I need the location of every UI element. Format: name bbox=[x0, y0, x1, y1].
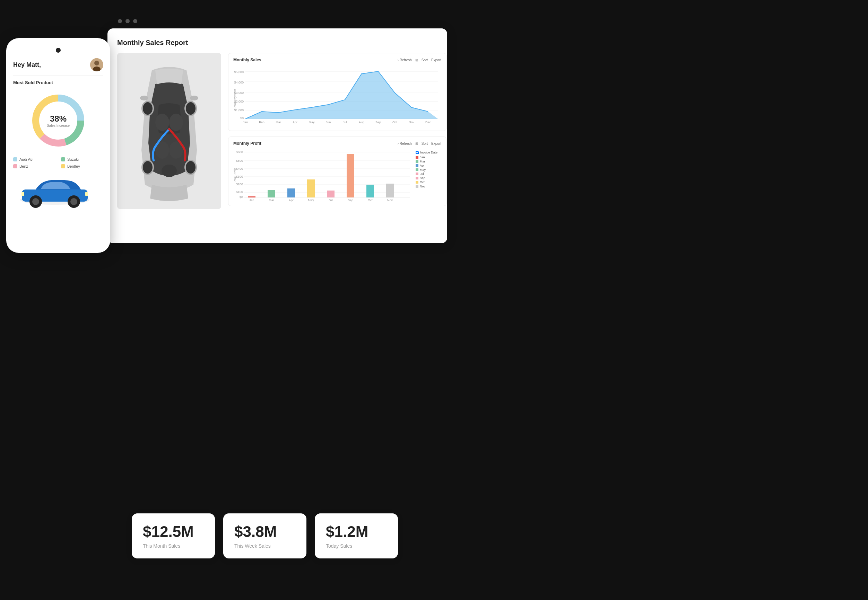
svg-point-10 bbox=[32, 198, 39, 205]
legend-oct: Oct bbox=[416, 180, 441, 184]
svg-text:Oct: Oct bbox=[392, 121, 398, 124]
legend-jan: Jan bbox=[416, 156, 441, 159]
svg-text:$4,000: $4,000 bbox=[234, 81, 244, 84]
svg-text:Oct: Oct bbox=[368, 198, 373, 202]
bar-apr bbox=[287, 188, 295, 197]
svg-text:$200: $200 bbox=[236, 183, 243, 186]
greeting-name: Matt, bbox=[26, 61, 41, 68]
svg-text:$100: $100 bbox=[236, 190, 243, 194]
svg-text:Jan: Jan bbox=[243, 121, 248, 124]
legend-sq-may bbox=[416, 168, 419, 171]
monthly-profit-header: Monthly Profit › Refresh ⊞ Sort Export bbox=[233, 141, 441, 146]
svg-point-28 bbox=[186, 102, 196, 115]
donut-percentage: 38% bbox=[47, 114, 70, 124]
bar-mar bbox=[268, 190, 275, 197]
svg-text:Total Payment: Total Payment bbox=[233, 89, 237, 109]
svg-text:Sep: Sep bbox=[348, 198, 353, 202]
mobile-phone: Hey Matt, Most Sold Product 38% Sales In… bbox=[6, 38, 110, 253]
svg-text:Jan: Jan bbox=[249, 198, 255, 202]
donut-center: 38% Sales Increase bbox=[47, 114, 70, 127]
phone-header: Hey Matt, bbox=[13, 58, 103, 76]
profit-legend: Invoice Date Jan Mar Apr bbox=[414, 148, 441, 202]
svg-point-30 bbox=[186, 161, 196, 174]
greeting-text: Hey Matt, bbox=[13, 61, 41, 68]
phone-car-image bbox=[13, 174, 103, 210]
legend-audi: Audi A6 bbox=[13, 157, 55, 161]
svg-text:Jul: Jul bbox=[343, 121, 347, 124]
svg-text:Aug: Aug bbox=[359, 121, 364, 124]
most-sold-title: Most Sold Product bbox=[13, 80, 103, 85]
sort-button-sales[interactable]: Sort bbox=[422, 58, 428, 62]
legend-mar: Mar bbox=[416, 160, 441, 163]
legend-may: May bbox=[416, 168, 441, 171]
grid-icon-profit[interactable]: ⊞ bbox=[415, 142, 418, 145]
svg-rect-14 bbox=[21, 192, 24, 196]
profit-chart-container: $600 $500 $400 $300 $200 $100 $0 Total P… bbox=[233, 148, 441, 202]
svg-point-1 bbox=[94, 61, 99, 65]
svg-text:$300: $300 bbox=[236, 175, 243, 179]
monthly-profit-chart-card: Monthly Profit › Refresh ⊞ Sort Export $… bbox=[228, 136, 446, 206]
legend-sep: Sep bbox=[416, 176, 441, 180]
svg-point-22 bbox=[190, 95, 198, 100]
stat-label-week: This Week Sales bbox=[234, 543, 295, 549]
legend-label-audi: Audi A6 bbox=[20, 157, 33, 161]
svg-point-29 bbox=[143, 161, 153, 174]
svg-text:Jun: Jun bbox=[326, 121, 331, 124]
stat-value-today: $1.2M bbox=[326, 523, 387, 541]
export-button-profit[interactable]: Export bbox=[431, 142, 441, 145]
chart-legend: Audi A6 Suzuki Benz Bentley bbox=[13, 157, 103, 168]
legend-sq-apr bbox=[416, 164, 419, 167]
legend-sq-nov bbox=[416, 185, 419, 188]
stats-row: $12.5M This Month Sales $3.8M This Week … bbox=[132, 514, 398, 558]
legend-bentley: Bentley bbox=[61, 164, 103, 168]
legend-sq-jan bbox=[416, 156, 419, 159]
invoice-date-label: Invoice Date bbox=[420, 151, 437, 154]
legend-label-oct: Oct bbox=[420, 180, 425, 184]
invoice-date-checkbox[interactable] bbox=[416, 151, 419, 154]
svg-text:Total Profit: Total Profit bbox=[233, 168, 237, 183]
svg-text:$0: $0 bbox=[240, 195, 243, 199]
svg-text:Dec: Dec bbox=[425, 121, 431, 124]
dashboard-title: Monthly Sales Report bbox=[117, 39, 437, 47]
refresh-icon-profit[interactable]: › Refresh bbox=[398, 142, 412, 145]
legend-sq-mar bbox=[416, 160, 419, 163]
monthly-sales-actions: › Refresh ⊞ Sort Export bbox=[398, 58, 441, 62]
stat-label-month: This Month Sales bbox=[143, 543, 204, 549]
svg-rect-13 bbox=[85, 192, 88, 196]
svg-text:$5,000: $5,000 bbox=[234, 70, 244, 74]
grid-icon[interactable]: ⊞ bbox=[415, 58, 418, 62]
legend-sq-oct bbox=[416, 181, 419, 183]
bar-jul bbox=[327, 191, 334, 197]
dot-2 bbox=[126, 19, 130, 23]
monthly-sales-chart-card: Monthly Sales › Refresh ⊞ Sort Export $5… bbox=[228, 53, 446, 131]
svg-point-20 bbox=[162, 165, 177, 177]
monthly-profit-svg: $600 $500 $400 $300 $200 $100 $0 Total P… bbox=[233, 148, 414, 202]
legend-label-jan: Jan bbox=[420, 156, 425, 159]
svg-text:Apr: Apr bbox=[289, 198, 294, 202]
svg-point-17 bbox=[169, 114, 183, 131]
export-button-sales[interactable]: Export bbox=[431, 58, 441, 62]
refresh-icon[interactable]: › Refresh bbox=[398, 58, 412, 62]
stat-value-week: $3.8M bbox=[234, 523, 295, 541]
monthly-sales-title: Monthly Sales bbox=[233, 58, 261, 62]
svg-text:Feb: Feb bbox=[259, 121, 264, 124]
legend-label-benz: Benz bbox=[20, 164, 28, 168]
svg-text:Nov: Nov bbox=[409, 121, 414, 124]
stat-card-week: $3.8M This Week Sales bbox=[223, 514, 307, 558]
legend-label-may: May bbox=[420, 168, 426, 171]
bar-sep bbox=[347, 154, 354, 197]
greeting-hey: Hey bbox=[13, 61, 26, 68]
phone-camera bbox=[56, 48, 61, 53]
sort-button-profit[interactable]: Sort bbox=[422, 142, 428, 145]
stat-label-today: Today Sales bbox=[326, 543, 387, 549]
stat-card-month: $12.5M This Month Sales bbox=[132, 514, 215, 558]
legend-label-jul: Jul bbox=[420, 172, 424, 176]
legend-label-sep: Sep bbox=[420, 176, 425, 180]
monthly-profit-title: Monthly Profit bbox=[233, 141, 261, 146]
stat-value-month: $12.5M bbox=[143, 523, 204, 541]
svg-text:$600: $600 bbox=[236, 150, 243, 154]
donut-label: Sales Increase bbox=[47, 124, 70, 127]
donut-chart: 38% Sales Increase bbox=[13, 89, 103, 152]
legend-dot-suzuki bbox=[61, 157, 65, 161]
legend-label-mar: Mar bbox=[420, 160, 425, 163]
